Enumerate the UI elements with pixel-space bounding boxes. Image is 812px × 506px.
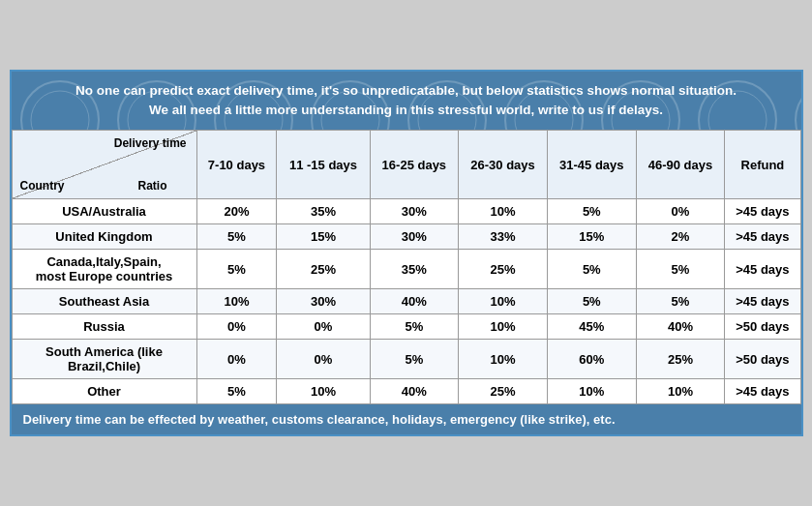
- data-cell: 5%: [636, 250, 725, 289]
- data-cell: 0%: [196, 340, 277, 379]
- country-cell: Southeast Asia: [12, 289, 196, 314]
- data-cell: >45 days: [725, 289, 800, 314]
- delivery-table: Delivery time Country Ratio 7-10 days 11…: [12, 130, 801, 404]
- diagonal-ratio-label: Ratio: [138, 179, 167, 193]
- data-cell: 35%: [370, 250, 459, 289]
- data-cell: >50 days: [725, 340, 800, 379]
- data-cell: 30%: [370, 199, 459, 224]
- data-cell: 0%: [277, 314, 370, 340]
- data-cell: 5%: [370, 314, 459, 340]
- header-banner: No one can predict exact delivery time, …: [12, 72, 801, 131]
- data-cell: 35%: [277, 199, 370, 224]
- data-cell: 40%: [636, 314, 725, 340]
- data-cell: 0%: [196, 314, 277, 340]
- data-cell: 10%: [277, 379, 370, 404]
- data-cell: 10%: [196, 289, 277, 314]
- col-header-11-15: 11 -15 days: [277, 131, 370, 199]
- data-cell: 25%: [277, 250, 370, 289]
- data-cell: 10%: [547, 379, 636, 404]
- column-header-row: Delivery time Country Ratio 7-10 days 11…: [12, 131, 800, 199]
- data-cell: 25%: [459, 250, 548, 289]
- footer-banner: Delivery time can be effected by weather…: [12, 404, 801, 434]
- col-header-31-45: 31-45 days: [547, 131, 636, 199]
- table-row: Other5%10%40%25%10%10%>45 days: [12, 379, 800, 404]
- data-cell: 0%: [277, 340, 370, 379]
- diagonal-delivery-label: Delivery time: [114, 136, 187, 150]
- data-cell: 5%: [196, 224, 277, 250]
- table-body: USA/Australia20%35%30%10%5%0%>45 daysUni…: [12, 199, 800, 404]
- data-cell: >45 days: [725, 250, 800, 289]
- diagonal-country-label: Country: [20, 179, 65, 193]
- data-cell: 30%: [370, 224, 459, 250]
- country-cell: Other: [12, 379, 196, 404]
- data-cell: 15%: [277, 224, 370, 250]
- data-cell: 33%: [459, 224, 548, 250]
- footer-text: Delivery time can be effected by weather…: [23, 412, 616, 427]
- data-cell: >50 days: [725, 314, 800, 340]
- diagonal-header-cell: Delivery time Country Ratio: [12, 131, 196, 199]
- data-cell: 2%: [636, 224, 725, 250]
- data-cell: 5%: [547, 289, 636, 314]
- table-row: Russia0%0%5%10%45%40%>50 days: [12, 314, 800, 340]
- col-header-refund: Refund: [725, 131, 800, 199]
- data-cell: >45 days: [725, 199, 800, 224]
- data-cell: 40%: [370, 289, 459, 314]
- data-cell: 10%: [459, 289, 548, 314]
- data-cell: 5%: [547, 250, 636, 289]
- main-container: No one can predict exact delivery time, …: [10, 70, 803, 437]
- col-header-26-30: 26-30 days: [459, 131, 548, 199]
- col-header-16-25: 16-25 days: [370, 131, 459, 199]
- table-row: USA/Australia20%35%30%10%5%0%>45 days: [12, 199, 800, 224]
- data-cell: 15%: [547, 224, 636, 250]
- data-cell: 5%: [547, 199, 636, 224]
- country-cell: United Kingdom: [12, 224, 196, 250]
- data-cell: 25%: [636, 340, 725, 379]
- country-cell: South America (likeBrazil,Chile): [12, 340, 196, 379]
- table-row: South America (likeBrazil,Chile)0%0%5%10…: [12, 340, 800, 379]
- data-cell: 25%: [459, 379, 548, 404]
- data-cell: 5%: [196, 250, 277, 289]
- table-row: United Kingdom5%15%30%33%15%2%>45 days: [12, 224, 800, 250]
- data-cell: 30%: [277, 289, 370, 314]
- data-cell: 5%: [370, 340, 459, 379]
- header-line2: We all need a little more understanding …: [23, 101, 790, 120]
- data-cell: 5%: [196, 379, 277, 404]
- data-cell: 10%: [459, 340, 548, 379]
- data-cell: >45 days: [725, 379, 800, 404]
- col-header-7-10: 7-10 days: [196, 131, 277, 199]
- data-cell: 0%: [636, 199, 725, 224]
- country-cell: USA/Australia: [12, 199, 196, 224]
- table-row: Southeast Asia10%30%40%10%5%5%>45 days: [12, 289, 800, 314]
- data-cell: 45%: [547, 314, 636, 340]
- data-cell: 10%: [459, 199, 548, 224]
- data-cell: 10%: [636, 379, 725, 404]
- table-row: Canada,Italy,Spain,most Europe countries…: [12, 250, 800, 289]
- data-cell: 40%: [370, 379, 459, 404]
- data-cell: 60%: [547, 340, 636, 379]
- country-cell: Russia: [12, 314, 196, 340]
- data-cell: 5%: [636, 289, 725, 314]
- col-header-46-90: 46-90 days: [636, 131, 725, 199]
- country-cell: Canada,Italy,Spain,most Europe countries: [12, 250, 196, 289]
- data-cell: >45 days: [725, 224, 800, 250]
- data-cell: 10%: [459, 314, 548, 340]
- header-line1: No one can predict exact delivery time, …: [23, 81, 790, 101]
- data-cell: 20%: [196, 199, 277, 224]
